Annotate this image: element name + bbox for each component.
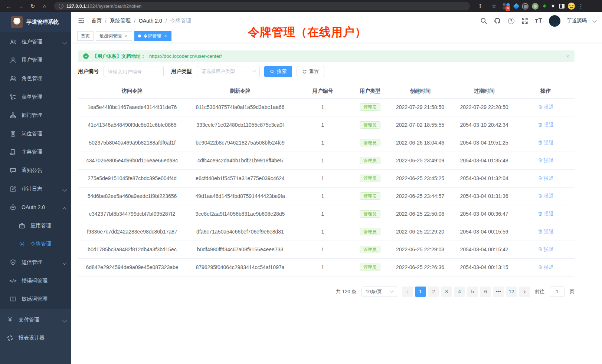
sidebar-item-post[interactable]: 岗位管理: [0, 125, 71, 143]
browser-menu-icon[interactable]: ⋮: [578, 3, 583, 10]
force-logout-button[interactable]: 强退: [538, 139, 554, 146]
sidebar-menu: 租户管理 用户管理 角色管理 菜单管理 部门管理 岗位管理: [0, 32, 71, 308]
help-icon[interactable]: ?: [507, 17, 515, 24]
force-logout-button[interactable]: 强退: [538, 211, 554, 217]
sidebar-item-dict[interactable]: 字典管理: [0, 143, 71, 162]
green-star-extension-icon[interactable]: ✶: [542, 2, 547, 10]
user-type-select[interactable]: 请选择用户类型: [197, 66, 260, 77]
breadcrumb-home[interactable]: 首页: [91, 17, 102, 24]
refresh-token-cell: 49d1aa46d1454fbd87591444423be9fa: [186, 187, 294, 205]
sidebar-item-sensitive[interactable]: 敏感词管理: [0, 290, 71, 308]
sidebar-item-oauth[interactable]: OAuth 2.0: [0, 198, 71, 216]
command-extension-icon[interactable]: [522, 3, 529, 10]
table-row: 6d842e2924594de9a09e45e087323abe8796295f…: [78, 258, 575, 276]
app-logo[interactable]: 芋道管理系统: [0, 12, 71, 32]
reload-icon[interactable]: ↻: [27, 2, 38, 11]
table-row: c347026e805e4d99b0d116eae66eda8ccdfc4ce9…: [78, 152, 575, 169]
hamburger-icon[interactable]: [77, 17, 85, 24]
page-button-6[interactable]: 6: [480, 287, 491, 297]
tab-home[interactable]: 首页: [77, 31, 94, 41]
user-type-badge: 管理员: [360, 264, 380, 271]
close-icon[interactable]: ×: [163, 33, 168, 39]
goto-page-input[interactable]: [550, 287, 565, 297]
white-star-extension-icon[interactable]: ✦: [550, 3, 555, 10]
navbar-actions: ? 芋道源码: [480, 15, 596, 27]
user-type-badge: 管理员: [360, 175, 380, 182]
diamond-extension-icon[interactable]: [513, 3, 520, 9]
force-logout-button[interactable]: 强退: [538, 193, 554, 199]
page-ellipsis[interactable]: •••: [493, 287, 504, 297]
logo-rabbit-avatar: [11, 16, 23, 28]
page-button-1[interactable]: 1: [415, 287, 426, 297]
breadcrumb-system[interactable]: 系统管理: [110, 17, 131, 24]
expires-cell: 2054-03-04 00:13:15: [452, 258, 517, 276]
share-icon[interactable]: ↥: [475, 2, 485, 11]
sidebar-item-role[interactable]: 角色管理: [0, 69, 71, 88]
green-dot-extension-icon[interactable]: [532, 3, 539, 10]
created-cell: 2022-06-25 22:26:36: [389, 258, 452, 276]
breadcrumb-oauth[interactable]: OAuth 2.0: [139, 18, 162, 24]
forward-icon[interactable]: →: [16, 2, 26, 11]
sidebar-item-tenant[interactable]: 租户管理: [0, 33, 71, 51]
home-icon[interactable]: ⌂: [39, 2, 50, 11]
alert-close-icon[interactable]: ×: [566, 53, 569, 59]
address-bar[interactable]: i 127.0.0.1:1024/system/oauth2/token: [54, 2, 470, 10]
close-icon[interactable]: ×: [124, 33, 128, 39]
tab-sensitive-words[interactable]: 敏感词管理×: [96, 31, 132, 41]
force-logout-button[interactable]: 强退: [538, 228, 554, 235]
extensions-cluster-icon[interactable]: 9: [503, 2, 511, 10]
page-button-2[interactable]: 2: [428, 287, 439, 297]
reset-button[interactable]: 重置: [297, 66, 324, 77]
browser-toolbar: ← → ↻ ⌂ i 127.0.0.1:1024/system/oauth2/t…: [0, 0, 602, 12]
sidebar-item-oauth-token[interactable]: 令牌管理: [0, 235, 71, 254]
tab-token-management[interactable]: 令牌管理×: [134, 31, 171, 41]
table-row: 1ea5e44f8bc1467aaede43144f31de76811c5304…: [78, 98, 575, 116]
doc-link[interactable]: https://doc.iocoder.cn/user-center/: [149, 53, 222, 59]
side-panel-icon[interactable]: [559, 4, 565, 9]
sidebar-item-report-designer[interactable]: 报表设计器: [0, 329, 71, 348]
user-id-input[interactable]: [104, 66, 164, 77]
sidebar-item-oauth-app[interactable]: 应用管理: [0, 216, 71, 235]
table-header-row: 访问令牌 刷新令牌 用户编号 用户类型 创建时间 过期时间 操作: [78, 85, 575, 98]
user-id-cell: 1: [294, 205, 351, 223]
force-logout-button[interactable]: 强退: [538, 104, 554, 110]
user-avatar[interactable]: [549, 15, 560, 27]
force-logout-button[interactable]: 强退: [538, 246, 554, 253]
sidebar-item-audit[interactable]: 审计日志: [0, 180, 71, 198]
font-size-icon[interactable]: [535, 17, 543, 24]
profile-emoji-icon[interactable]: [568, 3, 575, 10]
back-icon[interactable]: ←: [4, 2, 14, 11]
force-logout-button[interactable]: 强退: [538, 122, 554, 128]
user-type-badge: 管理员: [360, 157, 380, 164]
page-size-select[interactable]: 10条/页: [361, 287, 397, 297]
sidebar-item-sms[interactable]: 短信管理: [0, 253, 71, 272]
sidebar-item-errorcode[interactable]: </> 错误码管理: [0, 272, 71, 290]
force-logout-button[interactable]: 强退: [538, 264, 554, 271]
page-button-4[interactable]: 4: [454, 287, 465, 297]
search-button[interactable]: 搜索: [264, 66, 292, 77]
sidebar-item-user[interactable]: 用户管理: [0, 51, 71, 70]
force-logout-button[interactable]: 强退: [538, 175, 554, 182]
page-button-3[interactable]: 3: [441, 287, 452, 297]
fullscreen-icon[interactable]: [521, 17, 529, 24]
sidebar-item-menu[interactable]: 菜单管理: [0, 88, 71, 106]
user-caret-icon[interactable]: [592, 18, 596, 22]
url-text: 127.0.0.1:1024/system/oauth2/token: [66, 4, 141, 9]
next-page-icon[interactable]: [519, 287, 530, 297]
doc-alert-banner: 【用户体系】文档地址： https://doc.iocoder.cn/user-…: [78, 50, 575, 62]
sidebar-item-pay[interactable]: ¥ 支付管理: [0, 311, 71, 329]
search-icon[interactable]: [480, 17, 487, 24]
bookmark-star-icon[interactable]: ☆: [489, 2, 499, 11]
page-button-5[interactable]: 5: [467, 287, 478, 297]
sidebar-item-dept[interactable]: 部门管理: [0, 106, 71, 125]
user-name[interactable]: 芋道源码: [567, 17, 587, 24]
user-type-badge: 管理员: [360, 210, 380, 218]
github-icon[interactable]: [494, 17, 501, 24]
site-info-icon[interactable]: i: [59, 4, 63, 9]
created-cell: 2022-06-25 22:29:20: [389, 223, 452, 241]
alert-text: 【用户体系】文档地址：: [92, 53, 145, 60]
sidebar-item-notice[interactable]: 通知公告: [0, 161, 71, 180]
force-logout-button[interactable]: 强退: [538, 157, 554, 164]
page-button-12[interactable]: 12: [506, 287, 517, 297]
id-badge-icon: [10, 130, 16, 137]
